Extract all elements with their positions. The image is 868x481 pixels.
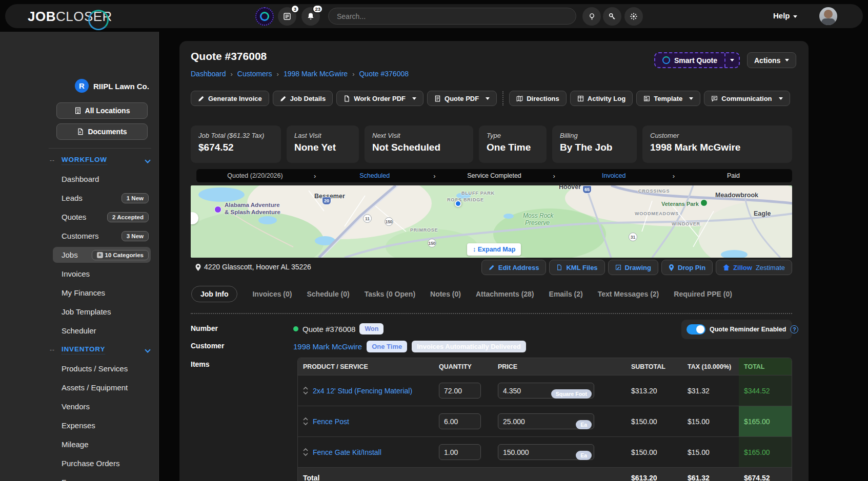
stage-scheduled[interactable]: Scheduled	[316, 172, 433, 179]
all-locations-button[interactable]: All Locations	[56, 102, 148, 119]
sidebar-item-expenses[interactable]: Expenses	[0, 416, 159, 435]
table-row: Fence Post Ea $150.00 $15.00 $165.00	[298, 406, 792, 436]
generate-invoice-button[interactable]: Generate Invoice	[191, 91, 269, 106]
drawing-button[interactable]: Drawing	[608, 260, 658, 275]
sidebar-item-forms[interactable]: Forms	[0, 473, 159, 481]
breadcrumb: Dashboard › Customers › 1998 Mark McGwir…	[191, 70, 409, 78]
company-avatar[interactable]: R	[75, 79, 89, 93]
sidebar-item-assets-equipment[interactable]: Assets / Equipment	[0, 378, 159, 397]
stage-quoted[interactable]: Quoted (2/20/2026)	[196, 172, 314, 179]
total-value: $165.00	[739, 437, 792, 467]
quote-reminder-label: Quote Reminder Enabled	[710, 326, 786, 333]
reorder-handle[interactable]	[303, 417, 308, 425]
breadcrumb-dashboard[interactable]: Dashboard	[191, 70, 226, 78]
map-label-woodmeadows: WOODMEADOWS	[635, 211, 679, 216]
stage-invoiced[interactable]: Invoiced	[555, 172, 673, 179]
tab-text-messages[interactable]: Text Messages (2)	[598, 290, 659, 298]
permissions-button[interactable]	[603, 7, 621, 26]
work-order-pdf-button[interactable]: Work Order PDF	[336, 91, 423, 106]
quote-pdf-button[interactable]: Quote PDF	[427, 91, 497, 106]
card-next-visit: Next Visit Not Scheduled	[365, 126, 473, 163]
settings-button[interactable]	[624, 7, 643, 26]
section-workflow[interactable]: -- WORKFLOW	[0, 151, 159, 170]
tab-invoices[interactable]: Invoices (0)	[252, 290, 292, 298]
location-map[interactable]: Bessemer Hoover BLUFF PARK ROSS BRIDGE C…	[191, 185, 792, 258]
app-logo[interactable]: JOBCLOSER	[28, 9, 112, 25]
documents-button[interactable]: A Documents	[56, 123, 148, 140]
sidebar-item-vendors[interactable]: Vendors	[0, 397, 159, 416]
smart-quote-button[interactable]: Smart Quote	[654, 52, 740, 68]
section-inventory[interactable]: -- INVENTORY	[0, 340, 159, 359]
sidebar-item-products-services[interactable]: Products / Services	[0, 359, 159, 378]
map-label-primrose: PRIMROSE	[410, 227, 438, 233]
subtotal-value: $313.20	[626, 387, 682, 395]
sidebar-item-leads[interactable]: Leads 1 New	[0, 189, 159, 207]
tab-tasks[interactable]: Tasks (0 Open)	[365, 290, 415, 298]
directions-button[interactable]: Directions	[509, 91, 567, 106]
chevron-down-icon	[145, 157, 150, 163]
sidebar-item-invoices[interactable]: Invoices	[0, 264, 159, 283]
quantity-input[interactable]	[439, 383, 481, 399]
product-link[interactable]: 2x4 12' Stud (Fencing Material)	[313, 387, 412, 395]
sidebar-item-job-templates[interactable]: Job Templates	[0, 302, 159, 321]
sidebar-item-customers[interactable]: Customers 3 New	[0, 226, 159, 245]
activity-log-button[interactable]: Activity Log	[570, 91, 633, 106]
job-location-marker[interactable]	[455, 200, 461, 207]
customer-link[interactable]: 1998 Mark McGwire	[293, 342, 362, 351]
tab-notes[interactable]: Notes (0)	[430, 290, 461, 298]
unit-badge[interactable]: Ea	[576, 451, 592, 461]
product-link[interactable]: Fence Post	[313, 417, 349, 426]
chevron-up-icon	[303, 448, 308, 451]
breadcrumb-quote[interactable]: Quote #376008	[359, 70, 409, 78]
sidebar-item-my-finances[interactable]: My Finances	[0, 283, 159, 302]
zillow-zestimate-button[interactable]: Zillow Zestimate	[716, 260, 792, 275]
smart-quote-dropdown[interactable]	[724, 53, 739, 67]
map-label-ross-bridge: ROSS BRIDGE	[447, 197, 484, 202]
company-name: RIIPL Lawn Co.	[93, 82, 149, 91]
sidebar-item-mileage[interactable]: Mileage	[0, 435, 159, 454]
unit-badge[interactable]: Ea	[576, 420, 592, 430]
map-label-adventure-1: Alabama Adventure	[225, 202, 280, 208]
user-avatar[interactable]	[819, 7, 837, 25]
notifications-button[interactable]: 23	[301, 7, 320, 26]
breadcrumb-customers[interactable]: Customers	[237, 70, 272, 78]
quantity-input[interactable]	[439, 444, 481, 460]
tab-attachments[interactable]: Attachments (28)	[476, 290, 534, 298]
chevron-up-icon	[303, 387, 308, 390]
sidebar-item-dashboard[interactable]: Dashboard	[0, 170, 159, 189]
leads-badge: 1 New	[122, 193, 149, 203]
breadcrumb-customer-name[interactable]: 1998 Mark McGwire	[284, 70, 348, 78]
job-details-button[interactable]: Job Details	[273, 91, 333, 106]
sidebar-item-scheduler[interactable]: Scheduler	[0, 321, 159, 340]
template-button[interactable]: Template	[636, 91, 700, 106]
tax-value: $31.32	[682, 387, 739, 395]
tab-emails[interactable]: Emails (2)	[549, 290, 583, 298]
unit-badge[interactable]: Square Foot	[551, 389, 592, 399]
product-link[interactable]: Fence Gate Kit/Install	[313, 448, 381, 456]
stage-paid[interactable]: Paid	[675, 172, 792, 179]
reorder-handle[interactable]	[303, 448, 308, 456]
communication-button[interactable]: Communication	[704, 91, 790, 106]
edit-address-button[interactable]: Edit Address	[481, 260, 547, 275]
tab-required-ppe[interactable]: Required PPE (0)	[674, 290, 732, 298]
sidebar-item-jobs[interactable]: Jobs +10 Categories	[0, 245, 159, 264]
drop-pin-button[interactable]: Drop Pin	[661, 260, 713, 275]
quantity-input[interactable]	[439, 413, 481, 429]
ideas-button[interactable]	[582, 7, 601, 26]
ai-assistant-button[interactable]	[255, 7, 274, 26]
help-menu[interactable]: Help	[773, 11, 797, 20]
actions-button[interactable]: Actions	[747, 52, 796, 68]
help-question-icon[interactable]: ?	[790, 325, 798, 333]
queue-button[interactable]: 3	[278, 7, 296, 26]
kml-files-button[interactable]: KML Files	[549, 260, 604, 275]
stage-service-completed[interactable]: Service Completed	[436, 172, 553, 179]
quote-reminder-panel: Quote Reminder Enabled ?	[681, 320, 792, 339]
tab-schedule[interactable]: Schedule (0)	[307, 290, 349, 298]
expand-map-button[interactable]: ↕ Expand Map	[467, 243, 521, 256]
quote-reminder-toggle[interactable]	[687, 324, 705, 334]
sidebar-item-purchase-orders[interactable]: Purchase Orders	[0, 454, 159, 473]
reorder-handle[interactable]	[303, 387, 308, 394]
sidebar-item-quotes[interactable]: Quotes 2 Accepted	[0, 207, 159, 226]
tab-job-info[interactable]: Job Info	[191, 286, 237, 302]
search-input[interactable]	[328, 8, 576, 25]
